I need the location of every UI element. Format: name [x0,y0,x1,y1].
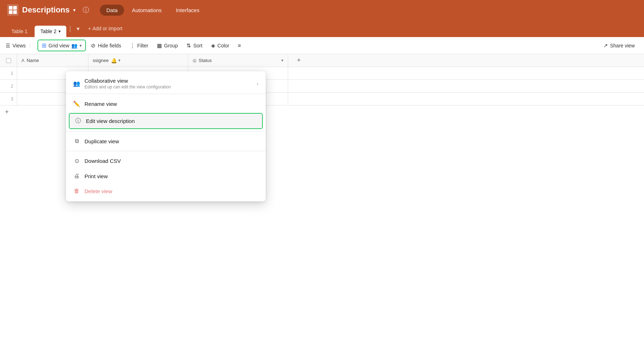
top-bar: Descriptions ▾ ⓘ Data Automations Interf… [0,0,644,20]
tab-divider: | [68,25,72,32]
hamburger-icon: ☰ [6,43,10,48]
tab-table2-chevron-icon: ▾ [58,29,61,34]
tab-table1-label: Table 1 [11,29,27,34]
header-assignee-label: ssignee [93,58,109,63]
tabs-bar: Table 1 Table 2 ▾ | ▾ + Add or import [0,20,644,37]
select-all-checkbox[interactable] [6,58,11,63]
tab-add-button[interactable]: + Add or import [84,24,127,33]
grid-view-label: Grid view [48,43,69,48]
row-number: 3 [0,93,17,105]
svg-rect-1 [9,6,12,10]
app-logo-icon [7,4,19,16]
tab-more-button[interactable]: ▾ [74,24,82,34]
filter-label: Filter [137,43,148,48]
app-title: Descriptions [22,5,70,15]
share-icon: ↗ [603,42,608,49]
collaborative-view-icon: 👥 [73,80,80,87]
views-toggle[interactable]: ☰ Views [6,43,30,48]
row-height-icon: ≡ [238,42,241,48]
menu-divider-3 [66,151,266,151]
grid-icon: ⊞ [42,42,46,49]
tab-table1[interactable]: Table 1 [6,26,33,37]
share-view-button[interactable]: ↗ Share view [600,40,638,51]
share-view-label: Share view [610,43,635,48]
plus-icon: + [88,26,91,31]
header-name-label: Name [27,58,39,63]
logo-area: Descriptions ▾ [7,4,76,16]
sort-button[interactable]: ⇅ Sort [183,40,206,51]
collaborative-view-chevron-icon: › [257,81,259,87]
menu-item-edit-view-description[interactable]: ⓘ Edit view description [69,113,263,129]
tab-table2-label: Table 2 [40,29,56,34]
menu-item-print-view[interactable]: 🖨 Print view [66,169,266,184]
filter-button[interactable]: ⋮ Filter [126,40,152,51]
nav-data-button[interactable]: Data [100,5,124,16]
color-icon: ◈ [211,42,215,49]
collaborative-icon: 👥 [71,43,77,48]
bell-icon[interactable]: 🔔 [111,58,117,63]
add-column-button[interactable]: + [288,54,310,67]
sort-label: Sort [193,43,203,48]
group-button[interactable]: ▦ Group [153,40,182,51]
menu-divider-1 [66,94,266,94]
group-icon: ▦ [157,42,162,49]
svg-rect-3 [9,10,12,14]
status-icon: ◎ [193,58,196,63]
menu-item-delete-view[interactable]: 🗑 Delete view [66,184,266,199]
menu-item-download-csv[interactable]: ⊙ Download CSV [66,153,266,169]
views-label: Views [12,43,26,48]
download-icon: ⊙ [73,158,80,164]
collaborative-view-subtitle: Editors and up can edit the view configu… [85,84,171,89]
toolbar: ☰ Views ⊞ Grid view 👥 ▾ ⊘ Hide fields ⋮ … [0,37,644,54]
info-icon[interactable]: ⓘ [83,6,89,14]
assignee-chevron-icon[interactable]: ▾ [118,58,121,63]
collaborative-view-label: Collaborative view [85,78,171,84]
status-chevron-icon[interactable]: ▾ [281,58,283,63]
sort-icon: ⇅ [186,42,191,49]
print-icon: 🖨 [73,173,80,179]
duplicate-view-label: Duplicate view [85,138,119,144]
rename-view-label: Rename view [85,101,117,107]
svg-rect-0 [7,4,19,16]
add-import-label: Add or import [92,26,122,31]
text-field-icon: A [21,58,25,63]
nav-automations-button[interactable]: Automations [126,5,168,16]
dropdown-menu: 👥 Collaborative view Editors and up can … [66,71,266,201]
row-number: 2 [0,80,17,92]
row-number: 1 [0,67,17,79]
duplicate-icon: ⧉ [73,138,80,144]
hide-fields-button[interactable]: ⊘ Hide fields [87,40,124,51]
header-name: A Name [17,54,88,67]
group-label: Group [164,43,178,48]
menu-item-rename-view[interactable]: ✏️ Rename view [66,96,266,112]
filter-icon: ⋮ [130,42,135,49]
tab-table2[interactable]: Table 2 ▾ [35,26,66,37]
header-status-label: Status [199,58,212,63]
edit-view-description-label: Edit view description [86,118,135,124]
collaborative-view-content: Collaborative view Editors and up can ed… [85,78,171,89]
menu-item-collaborative-view[interactable]: 👥 Collaborative view Editors and up can … [66,74,266,92]
svg-rect-4 [13,10,17,14]
svg-rect-2 [13,6,17,10]
color-button[interactable]: ◈ Color [208,40,233,51]
header-checkbox-cell[interactable] [0,54,17,67]
header-assignee: ssignee 🔔 ▾ [88,54,188,67]
delete-view-label: Delete view [85,188,112,194]
nav-interfaces-button[interactable]: Interfaces [169,5,206,16]
grid-view-button[interactable]: ⊞ Grid view 👥 ▾ [37,40,86,51]
hide-fields-icon: ⊘ [91,42,96,49]
row-height-button[interactable]: ≡ [234,40,245,51]
title-chevron-icon[interactable]: ▾ [73,7,76,13]
bell-area: 🔔 ▾ [111,58,121,63]
print-view-label: Print view [85,173,108,179]
color-label: Color [218,43,229,48]
main-content: A Name ssignee 🔔 ▾ ◎ Status ▾ + 1 [0,54,644,340]
trash-icon: 🗑 [73,188,80,194]
menu-divider-2 [66,131,266,132]
rename-icon: ✏️ [73,101,80,107]
grid-view-chevron-icon: ▾ [80,43,82,48]
top-nav: Data Automations Interfaces [100,5,206,16]
menu-item-duplicate-view[interactable]: ⧉ Duplicate view [66,134,266,149]
download-csv-label: Download CSV [85,158,121,164]
header-status: ◎ Status ▾ [188,54,288,67]
